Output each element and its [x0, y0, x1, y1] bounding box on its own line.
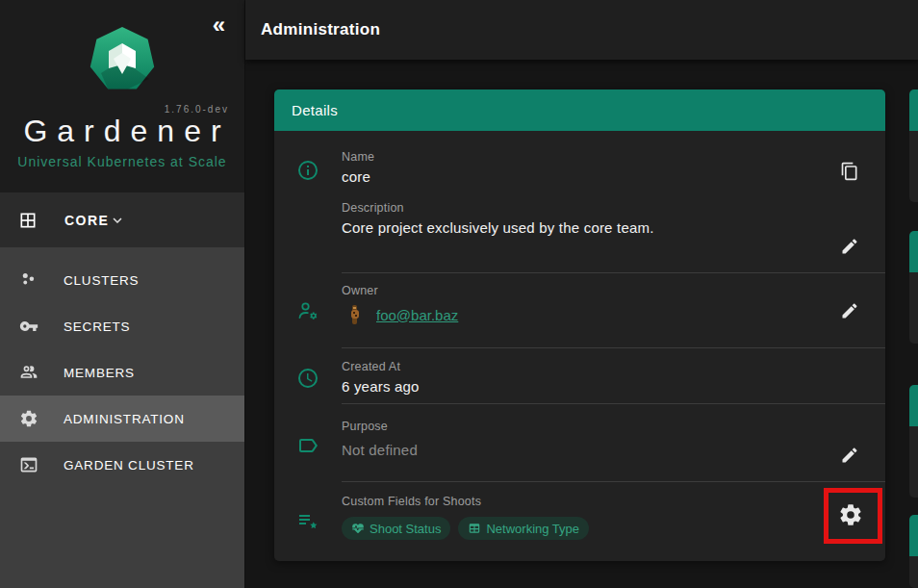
owner-row: Owner foo@bar.baz [274, 273, 885, 347]
gear-icon [838, 502, 863, 527]
name-description-row: Name core Description Core project exclu… [274, 131, 885, 272]
pencil-icon [840, 446, 859, 465]
details-card-header: Details [274, 89, 885, 131]
manage-accounts-icon [274, 299, 342, 322]
brand-title: Gardener [0, 114, 244, 149]
chevron-down-icon [109, 212, 126, 229]
edit-purpose-button[interactable] [840, 445, 861, 466]
sidebar-item-members[interactable]: MEMBERS [0, 349, 244, 396]
info-icon [274, 159, 342, 182]
table-icon [468, 522, 481, 535]
pencil-icon [840, 237, 859, 256]
partial-card-header [909, 231, 918, 272]
sidebar-item-label: CLUSTERS [64, 273, 139, 288]
partial-card [909, 385, 918, 498]
name-label: Name [342, 150, 808, 164]
created-at-label: Created At [342, 360, 808, 373]
tag-icon [274, 434, 342, 457]
partial-card-header [909, 515, 918, 556]
purpose-label: Purpose [342, 420, 808, 433]
owner-avatar [347, 304, 363, 325]
sidebar-item-clusters[interactable]: CLUSTERS [0, 257, 244, 303]
chip-networking-type[interactable]: Networking Type [458, 517, 589, 540]
chip-label: Networking Type [486, 522, 579, 536]
content-area: Details Name core [245, 60, 918, 588]
main-area: Administration Details [245, 0, 918, 588]
details-card-body: Name core Description Core project exclu… [274, 131, 885, 561]
clock-icon [274, 367, 342, 390]
configure-custom-fields-button[interactable] [838, 501, 865, 528]
edit-description-button[interactable] [840, 236, 861, 257]
chip-label: Shoot Status [370, 522, 441, 536]
copy-icon [840, 162, 859, 181]
purpose-value: Not defined [342, 442, 808, 458]
created-at-value: 6 years ago [342, 378, 808, 395]
owner-label: Owner [342, 284, 808, 297]
sidebar: « 1.76.0-dev Gardener Universal Kubernet… [0, 0, 245, 588]
chip-shoot-status[interactable]: Shoot Status [342, 517, 450, 540]
name-value: core [342, 168, 808, 185]
clusters-icon [19, 270, 38, 290]
description-value: Core project exclusively used by the cor… [342, 219, 808, 236]
description-label: Description [342, 201, 808, 215]
gardener-logo [88, 25, 157, 94]
sidebar-item-label: GARDEN CLUSTER [64, 458, 194, 473]
key-icon [19, 317, 38, 336]
created-at-row: Created At 6 years ago [274, 348, 885, 403]
collapse-sidebar-icon[interactable]: « [213, 13, 225, 37]
sidebar-item-label: ADMINISTRATION [64, 412, 185, 426]
partial-card [909, 515, 918, 588]
grid-icon [18, 211, 38, 230]
owner-email-link[interactable]: foo@bar.baz [376, 307, 458, 323]
brand-tagline: Universal Kubernetes at Scale [0, 154, 244, 169]
partial-card-body [909, 426, 918, 498]
heart-pulse-icon [351, 522, 365, 535]
sidebar-item-garden-cluster[interactable]: GARDEN CLUSTER [0, 442, 244, 488]
partial-card-header [909, 385, 918, 426]
sidebar-item-secrets[interactable]: SECRETS [0, 303, 244, 349]
app-window: « 1.76.0-dev Gardener Universal Kubernet… [0, 0, 918, 588]
partial-card-body [909, 131, 918, 202]
edit-owner-button[interactable] [840, 300, 861, 321]
custom-fields-row: Custom Fields for Shoots Shoot Status [274, 482, 885, 561]
purpose-row: Purpose Not defined [274, 404, 885, 481]
partial-card [909, 89, 918, 202]
brand-area: « 1.76.0-dev Gardener Universal Kubernet… [0, 0, 244, 192]
sidebar-item-administration[interactable]: ADMINISTRATION [0, 396, 244, 442]
partial-card-body [909, 556, 918, 588]
details-card: Details Name core [274, 89, 885, 561]
pencil-icon [840, 301, 859, 320]
partial-card-header [909, 89, 918, 131]
playlist-star-icon [274, 510, 342, 533]
topbar: Administration [245, 0, 918, 60]
custom-fields-label: Custom Fields for Shoots [342, 495, 808, 508]
sidebar-project-selector[interactable]: CORE [0, 192, 244, 247]
sidebar-nav: CLUSTERS SECRETS MEMBERS [0, 247, 244, 588]
copy-name-button[interactable] [840, 161, 861, 182]
sidebar-item-label: MEMBERS [64, 366, 135, 380]
sidebar-item-label: SECRETS [64, 320, 130, 334]
members-icon [19, 363, 38, 382]
gear-icon [19, 409, 38, 428]
page-title: Administration [261, 20, 380, 39]
terminal-icon [19, 455, 38, 474]
partial-card [909, 231, 918, 344]
partial-card-body [909, 272, 918, 344]
project-name-label: CORE [64, 213, 109, 228]
